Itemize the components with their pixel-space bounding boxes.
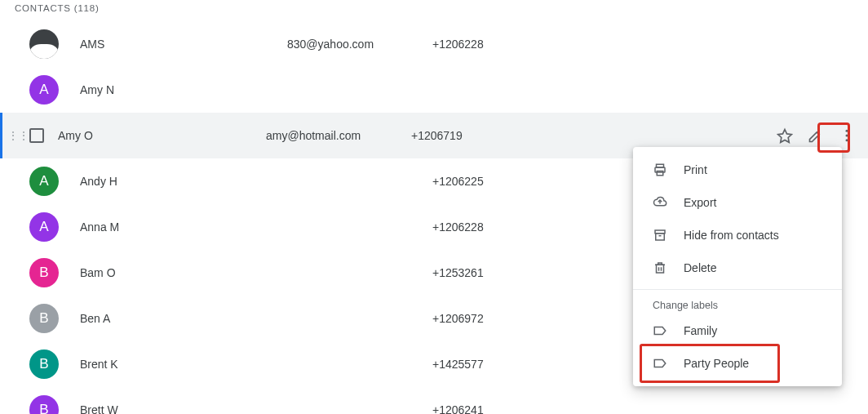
contact-row[interactable]: ⋮⋮AMS830@yahoo.com+1206228 — [0, 21, 868, 67]
menu-label-text: Family — [684, 324, 717, 337]
menu-print-label: Print — [684, 163, 707, 176]
contact-phone: +1206241 — [432, 403, 868, 414]
star-icon[interactable] — [775, 126, 795, 145]
avatar: B — [29, 258, 59, 287]
archive-icon — [653, 228, 667, 243]
contact-row[interactable]: ⋮⋮BBrett W+1206241 — [0, 387, 868, 414]
contact-name: Anna M — [80, 220, 287, 234]
contact-phone: +1206228 — [432, 38, 868, 51]
contact-phone: +1206719 — [411, 129, 775, 142]
contact-name: Ben A — [80, 312, 287, 325]
drag-handle-icon[interactable]: ⋮⋮ — [7, 132, 17, 139]
contact-name: Brett W — [80, 403, 287, 414]
avatar: B — [29, 349, 59, 379]
more-icon[interactable] — [837, 126, 857, 145]
menu-hide-label: Hide from contacts — [684, 229, 779, 242]
menu-export-label: Export — [684, 196, 716, 209]
contact-name: AMS — [80, 38, 287, 51]
avatar — [29, 29, 59, 59]
menu-label-item[interactable]: Family — [633, 314, 842, 347]
menu-label-text: Party People — [684, 357, 749, 370]
contact-email: 830@yahoo.com — [287, 38, 432, 51]
contact-name: Andy H — [80, 175, 287, 188]
svg-point-11 — [846, 139, 848, 141]
svg-point-10 — [846, 135, 848, 137]
avatar: A — [29, 75, 59, 105]
avatar: B — [29, 304, 59, 333]
svg-marker-8 — [778, 130, 792, 143]
contact-email: amy@hotmail.com — [266, 129, 411, 142]
avatar: A — [29, 167, 59, 196]
contact-name: Bam O — [80, 266, 287, 279]
menu-delete[interactable]: Delete — [633, 252, 842, 284]
contact-name: Brent K — [80, 358, 287, 371]
avatar: A — [29, 212, 59, 242]
svg-rect-40 — [656, 234, 665, 240]
label-icon — [653, 356, 667, 371]
label-icon — [653, 323, 667, 338]
svg-rect-41 — [657, 265, 664, 273]
export-icon — [653, 195, 667, 210]
menu-print[interactable]: Print — [633, 154, 842, 186]
contact-name: Amy N — [80, 83, 287, 96]
menu-section-label: Change labels — [633, 295, 842, 314]
menu-hide[interactable]: Hide from contacts — [633, 219, 842, 252]
contact-name: Amy O — [58, 129, 266, 142]
trash-icon — [653, 260, 667, 275]
print-icon — [653, 162, 667, 177]
avatar: B — [29, 395, 59, 414]
row-checkbox[interactable] — [22, 128, 51, 143]
menu-delete-label: Delete — [684, 261, 716, 274]
contact-row[interactable]: ⋮⋮AAmy N — [0, 67, 868, 113]
contacts-header: CONTACTS (118) — [0, 0, 868, 21]
edit-icon[interactable] — [806, 126, 826, 145]
context-menu: Print Export Hide from contacts Delete C… — [633, 147, 842, 386]
svg-point-9 — [846, 130, 848, 132]
row-actions — [775, 126, 868, 145]
menu-label-item[interactable]: Party People — [633, 347, 842, 380]
menu-separator — [633, 289, 842, 290]
menu-export[interactable]: Export — [633, 186, 842, 219]
